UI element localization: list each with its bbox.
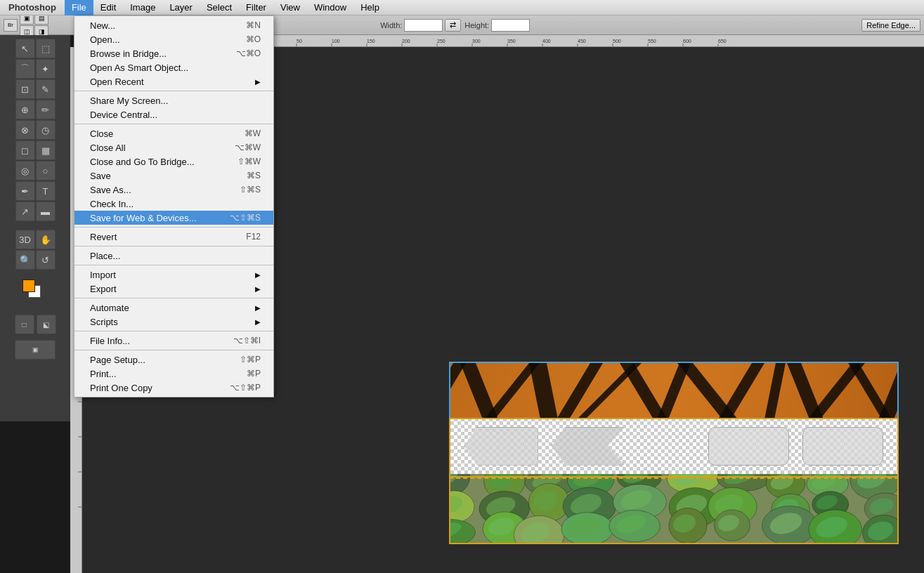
menu-help[interactable]: Help: [353, 0, 386, 15]
menu-item-new-label: New...: [90, 20, 115, 31]
pen-tool[interactable]: ✒: [15, 181, 35, 201]
standard-mode-btn[interactable]: □: [15, 315, 34, 334]
menu-image[interactable]: Image: [123, 0, 162, 15]
menu-item-export[interactable]: Export ▶: [74, 282, 273, 296]
svg-text:400: 400: [542, 39, 551, 44]
menu-item-close-all[interactable]: Close All ⌥⌘W: [74, 140, 273, 154]
height-label: Height:: [464, 21, 489, 29]
ui-buttons-layer: [449, 418, 899, 474]
menu-item-page-setup-label: Page Setup...: [90, 355, 145, 365]
lasso-tool[interactable]: ⌒: [15, 59, 35, 79]
menu-item-share-label: Share My Screen...: [90, 96, 168, 106]
menu-item-print-shortcut: ⌘P: [247, 369, 261, 378]
file-menu-dropdown: New... ⌘N Open... ⌘O Browse in Bridge...…: [74, 15, 274, 397]
menu-item-save-web[interactable]: Save for Web & Devices... ⌥⇧⌘S: [74, 211, 273, 225]
height-input[interactable]: [491, 19, 530, 32]
menu-item-new[interactable]: New... ⌘N: [74, 18, 273, 32]
menu-item-close-go-bridge[interactable]: Close and Go To Bridge... ⇧⌘W: [74, 154, 273, 169]
width-input[interactable]: [404, 19, 443, 32]
zoom-tool[interactable]: 🔍: [15, 250, 35, 270]
menu-item-page-setup[interactable]: Page Setup... ⇧⌘P: [74, 353, 273, 367]
menu-item-automate[interactable]: Automate ▶: [74, 301, 273, 315]
menu-item-save-as[interactable]: Save As... ⇧⌘S: [74, 183, 273, 197]
crop-tool[interactable]: ⊡: [15, 79, 35, 99]
separator-7: [74, 331, 273, 331]
menu-layer[interactable]: Layer: [162, 0, 200, 15]
color-swatches[interactable]: [22, 279, 48, 305]
clone-tool[interactable]: ⊗: [15, 120, 35, 140]
eraser-tool[interactable]: ◻: [15, 140, 35, 160]
menu-item-open[interactable]: Open... ⌘O: [74, 32, 273, 46]
svg-text:200: 200: [402, 39, 410, 44]
menu-item-check-in[interactable]: Check In...: [74, 197, 273, 211]
menu-item-file-info-shortcut: ⌥⇧⌘I: [233, 336, 261, 345]
menu-item-place[interactable]: Place...: [74, 249, 273, 263]
shape-tool[interactable]: ▬: [36, 202, 56, 221]
menu-item-scripts[interactable]: Scripts ▶: [74, 315, 273, 329]
menu-item-revert[interactable]: Revert F12: [74, 230, 273, 244]
menu-window[interactable]: Window: [307, 0, 353, 15]
view-mode-row: □ ⬕: [15, 315, 56, 334]
menubar: Photoshop File Edit Image Layer Select F…: [0, 0, 924, 15]
healing-tool[interactable]: ⊕: [15, 100, 35, 119]
quick-mask-btn[interactable]: ⬕: [37, 315, 56, 334]
menu-item-print[interactable]: Print... ⌘P: [74, 367, 273, 381]
marquee-tool[interactable]: ⬚: [36, 39, 56, 58]
toolbar-mini-icons: Br ▣ ▤ ◫ ◨: [4, 12, 48, 38]
3d-tool[interactable]: 3D: [15, 230, 35, 249]
menu-item-page-setup-shortcut: ⇧⌘P: [240, 355, 261, 364]
width-unit-btn[interactable]: ⇄: [445, 19, 461, 32]
separator-3: [74, 227, 273, 228]
menu-item-import[interactable]: Import ▶: [74, 268, 273, 282]
button-container: [450, 418, 897, 474]
rock-texture-layer: [449, 474, 899, 544]
separator-4: [74, 246, 273, 246]
magic-wand-tool[interactable]: ✦: [36, 59, 56, 79]
eyedropper-tool[interactable]: ✎: [36, 79, 56, 99]
rotate-tool[interactable]: ↺: [36, 250, 56, 270]
menu-item-open-smart[interactable]: Open As Smart Object...: [74, 60, 273, 74]
hand-tool[interactable]: ✋: [36, 230, 56, 249]
tool-row-11: 🔍 ↺: [15, 250, 56, 270]
gradient-tool[interactable]: ▦: [36, 140, 56, 160]
menu-item-save[interactable]: Save ⌘S: [74, 169, 273, 183]
move-tool[interactable]: ↖: [15, 39, 35, 58]
menu-filter[interactable]: Filter: [239, 0, 273, 15]
menu-edit[interactable]: Edit: [93, 0, 123, 15]
menu-item-save-shortcut: ⌘S: [247, 171, 261, 180]
tool-row-8: ✒ T: [15, 181, 56, 201]
path-select-tool[interactable]: ↗: [15, 202, 35, 221]
menu-item-print-one-copy[interactable]: Print One Copy ⌥⇧⌘P: [74, 381, 273, 395]
dodge-tool[interactable]: ○: [36, 161, 56, 180]
menu-item-close-shortcut: ⌘W: [245, 129, 261, 138]
text-tool[interactable]: T: [36, 181, 56, 201]
menu-file[interactable]: File: [65, 0, 93, 15]
separator-2: [74, 124, 273, 124]
history-tool[interactable]: ◷: [36, 120, 56, 140]
tool-row-5: ⊗ ◷: [15, 120, 56, 140]
separator-5: [74, 265, 273, 265]
empty-space: [639, 427, 695, 466]
foreground-color-swatch[interactable]: [22, 279, 35, 292]
menu-item-close[interactable]: Close ⌘W: [74, 126, 273, 140]
screen-mode-btn[interactable]: ▣: [15, 340, 56, 360]
blur-tool[interactable]: ◎: [15, 161, 35, 180]
screen-mode-row: ▣: [15, 340, 56, 360]
menu-item-open-recent[interactable]: Open Recent ▶: [74, 74, 273, 88]
menu-item-save-web-shortcut: ⌥⇧⌘S: [230, 213, 261, 223]
menu-item-save-as-shortcut: ⇧⌘S: [240, 185, 261, 195]
menu-select[interactable]: Select: [200, 0, 239, 15]
menu-item-browse-bridge[interactable]: Browse in Bridge... ⌥⌘O: [74, 46, 273, 60]
menu-item-device-central[interactable]: Device Central...: [74, 107, 273, 121]
app-title[interactable]: Photoshop: [0, 0, 65, 15]
refine-edge-button[interactable]: Refine Edge...: [861, 19, 920, 32]
menu-item-open-recent-arrow: ▶: [255, 78, 261, 86]
menu-view[interactable]: View: [273, 0, 307, 15]
bridge-icon-btn[interactable]: Br: [4, 19, 18, 32]
tool-row-7: ◎ ○: [15, 161, 56, 180]
brush-tool[interactable]: ✏: [36, 100, 56, 119]
menu-item-share[interactable]: Share My Screen...: [74, 93, 273, 107]
canvas-content: [449, 362, 899, 543]
menu-item-file-info[interactable]: File Info... ⌥⇧⌘I: [74, 334, 273, 348]
width-label: Width:: [380, 21, 402, 29]
